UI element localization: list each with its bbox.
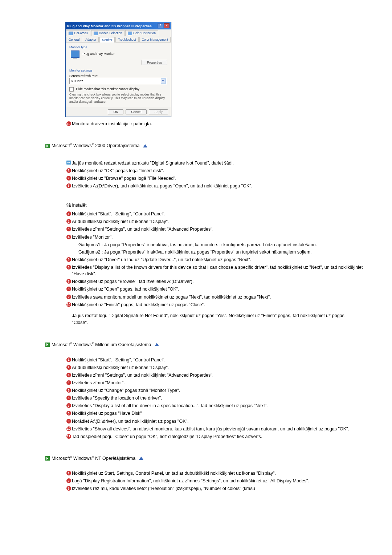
step-bullet-icon: 9 xyxy=(66,295,71,299)
tab-color-management[interactable]: Color Management xyxy=(139,37,171,42)
step-text: Izvēlieties zīmni "Monitor". xyxy=(72,380,363,386)
hide-modes-checkbox[interactable] xyxy=(69,87,74,92)
step-text: Izvēlieties režīmu, kādu vēlaties lietot… xyxy=(72,485,363,492)
step-bullet-icon: 3 xyxy=(66,183,71,188)
dialog-close-button[interactable]: X xyxy=(164,23,170,28)
card-icon xyxy=(128,32,132,35)
step-bullet-icon: 1 xyxy=(66,211,71,216)
step-bullet-icon: 5 xyxy=(66,388,71,393)
section-arrow-icon xyxy=(45,456,50,461)
step-text: Noklikšķiniet uz "Open" pogas, tad nokli… xyxy=(72,286,363,292)
hide-modes-note: Clearing this check box allows you to se… xyxy=(69,93,167,104)
step-bullet-icon: 10 xyxy=(66,302,71,307)
step-text: Izvēlieties "Show all devices", un atlas… xyxy=(72,426,363,432)
step-bullet-icon: 5 xyxy=(66,257,71,262)
monitor-settings-label: Monitor settings xyxy=(69,69,167,72)
card-icon xyxy=(69,32,73,35)
os-heading-nt: Microsoft® Windows® NT Operētājsistēma xyxy=(52,455,143,461)
tab-device-selection[interactable]: Device Selection xyxy=(91,30,124,36)
case-text: Gadījums1 : Ja poga "Properties" ir neak… xyxy=(78,242,363,248)
step-text: Logā "Display Registration Information",… xyxy=(72,478,363,484)
step-bullet-icon: 1 xyxy=(66,357,71,362)
step-bullet-icon: 2 xyxy=(66,219,71,224)
dialog-title: Plug and Play Monitor and 3D Prophet III… xyxy=(67,24,152,28)
dialog-titlebar: Plug and Play Monitor and 3D Prophet III… xyxy=(66,22,171,29)
step-text: Izvēlieties "Display a list of all the d… xyxy=(72,402,363,409)
howto-heading: Kā instalēt xyxy=(65,202,363,208)
step-bullet-icon: 3 xyxy=(66,486,71,491)
step-text: Izvēlieties "Display a list of the known… xyxy=(72,264,363,277)
step-text: Noklikšķiniet "Start", "Setting", "Contr… xyxy=(72,357,363,363)
section-arrow-icon xyxy=(45,343,50,347)
step-bullet-icon: 6 xyxy=(66,396,71,400)
step-bullet-icon: 8 xyxy=(66,411,71,416)
apply-button[interactable]: Apply xyxy=(149,109,168,114)
step-bullet-icon: 11 xyxy=(66,434,71,439)
step-bullet-icon: 4 xyxy=(66,235,71,239)
step-text: Izvēlieties zīmni "Settings", un tad nok… xyxy=(72,372,363,378)
step-text: Ar dubultklikšķi noklikšķiniet uz ikonas… xyxy=(72,218,363,225)
step-text: Tad nospiediet pogu "Close" un pogu "OK"… xyxy=(72,433,363,440)
monitor-icon xyxy=(71,50,79,58)
step-bullet-icon: 9 xyxy=(66,419,71,424)
step-text: Noklikšķiniet uz pogas "Browse", tad izv… xyxy=(72,278,363,285)
tab-color-correction[interactable]: Color Correction xyxy=(125,30,158,36)
tab-general[interactable]: General xyxy=(66,37,82,42)
step-bullet-icon: 2 xyxy=(66,365,71,370)
os-heading-me: Microsoft® Windows® Millennium Operētājs… xyxy=(52,342,159,347)
step-text: Noklikšķiniet uz "Browse" pogas logā "Fi… xyxy=(72,175,363,182)
step-text: Noklikšķiniet uz "OK" pogas logā "Insert… xyxy=(72,167,363,174)
step-text: Izvēlieties "Monitor". xyxy=(72,234,363,240)
step-text: Noklikšķiniet uz "Finish" pogas, tad nok… xyxy=(72,301,363,308)
step-bullet-icon: 7 xyxy=(66,279,71,284)
ok-button[interactable]: OK xyxy=(108,109,123,114)
step-bullet-icon: 1 xyxy=(66,471,71,475)
info-icon: ⋯ xyxy=(66,161,71,165)
chevron-down-icon xyxy=(161,78,166,84)
step-bullet-icon: 2 xyxy=(66,176,71,181)
tab-monitor[interactable]: Monitor xyxy=(99,37,115,42)
step-bullet-icon: 3 xyxy=(66,373,71,377)
step-text: Norādiet A:\(D:\driver), un tad noklikšķ… xyxy=(72,418,363,425)
tab-adapter[interactable]: Adapter xyxy=(83,37,99,42)
step-bullet-icon: 3 xyxy=(66,227,71,231)
up-triangle-icon[interactable] xyxy=(155,343,159,346)
monitor-type-label: Monitor type xyxy=(69,45,167,49)
monitor-name: Plug and Play Monitor xyxy=(83,52,115,56)
step-text: Izvēlieties sava monitora modeli un nokl… xyxy=(72,294,363,300)
step-bullet-icon: 8 xyxy=(66,287,71,291)
section-arrow-icon xyxy=(45,144,50,148)
up-triangle-icon[interactable] xyxy=(143,144,147,147)
properties-dialog-screenshot: Plug and Play Monitor and 3D Prophet III… xyxy=(65,22,363,117)
properties-button[interactable]: Properties xyxy=(142,60,167,65)
step-text: Noklikšķiniet "Start", "Setting", "Contr… xyxy=(72,211,363,217)
step-text: Noklikšķiniet uz "Change" pogas zonā "Mo… xyxy=(72,387,363,394)
up-triangle-icon[interactable] xyxy=(139,457,143,460)
step-bullet-icon: 2 xyxy=(66,478,71,483)
step-bullet-icon: 10 xyxy=(66,121,71,126)
step-text: Izvēlieties zīmni "Settings", un tad nok… xyxy=(72,226,363,232)
os-heading-2000: Microsoft® Windows® 2000 Operētājsistēma xyxy=(52,143,147,148)
step-text: Monitora draivera instalācija ir pabeigt… xyxy=(72,121,363,127)
case-text: Gadījums2 : Ja poga "Properties" ir aktī… xyxy=(78,249,363,255)
step-bullet-icon: 6 xyxy=(66,265,71,270)
step-text: Izvēlieties A:(D:\Driver), tad noklikšķi… xyxy=(72,183,363,189)
tab-troubleshoot[interactable]: Troubleshoot xyxy=(115,37,138,42)
step-bullet-icon: 10 xyxy=(66,426,71,431)
card-icon xyxy=(94,32,98,35)
step-text: Izvēlieties "Specify the location of the… xyxy=(72,395,363,401)
info-text: Ja jūs monitorā redzat redzat uzrakstu "… xyxy=(72,160,363,166)
step-text: Noklikšķiniet uz "Driver" un tad uz "Upd… xyxy=(72,256,363,263)
closing-note: Ja jūs redzat logu "Digital Signature No… xyxy=(72,312,348,326)
refresh-rate-label: Screen refresh rate: xyxy=(69,74,167,78)
step-bullet-icon: 4 xyxy=(66,380,71,385)
cancel-button[interactable]: Cancel xyxy=(126,109,147,114)
dialog-help-button[interactable]: ? xyxy=(158,23,163,28)
step-bullet-icon: 7 xyxy=(66,403,71,408)
tab-geforce3[interactable]: GeForce3 xyxy=(66,30,90,36)
step-text: Noklikšķiniet uz pogas "Have Disk" xyxy=(72,410,363,417)
hide-modes-label: Hide modes that this monitor cannot disp… xyxy=(76,87,140,91)
step-text: Ar dubultklikšķi noklikšķiniet uz ikonas… xyxy=(72,364,363,371)
step-bullet-icon: 1 xyxy=(66,168,71,173)
refresh-rate-select[interactable]: 60 Hertz xyxy=(69,78,167,84)
